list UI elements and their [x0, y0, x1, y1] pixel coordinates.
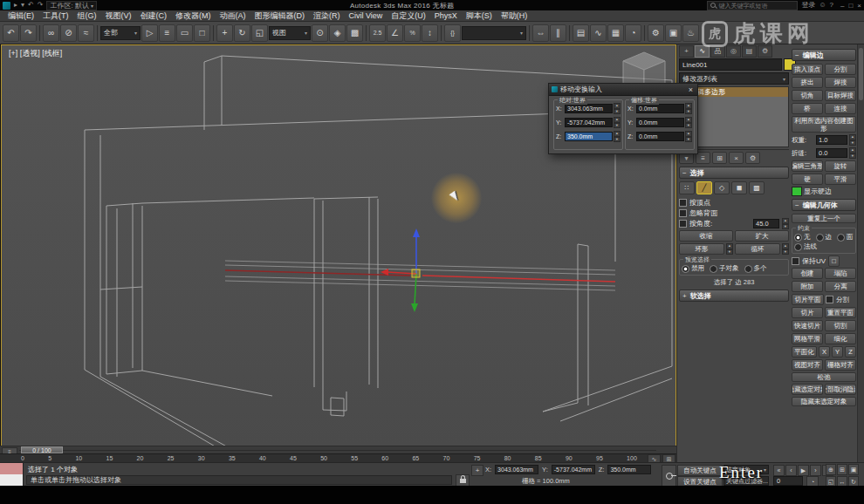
panel-button[interactable]: 附加	[792, 281, 823, 292]
offset-z-field[interactable]: 0.0mm	[636, 132, 684, 141]
panel-button[interactable]: 网格平滑	[792, 333, 823, 344]
panel-button[interactable]: 切割	[825, 320, 856, 331]
panel-button[interactable]: 切片平面	[792, 294, 824, 305]
play-icon[interactable]: ▶	[798, 465, 809, 476]
tab-utilities[interactable]: ⚙	[758, 45, 772, 58]
panel-button[interactable]: 桥	[792, 103, 823, 114]
panel-button[interactable]: 利用所选内容创建图形	[792, 116, 856, 133]
help-icon[interactable]: ?	[830, 2, 833, 9]
panel-button[interactable]: 分割	[825, 64, 856, 75]
absolute-x-field[interactable]: 3043.063mm	[565, 104, 613, 113]
next-frame-icon[interactable]: ›	[810, 465, 821, 476]
use-pivot-point-icon[interactable]: ⊙	[312, 24, 328, 42]
menu-item[interactable]: 组(G)	[73, 10, 101, 22]
zoom-icon[interactable]: ⊕	[826, 464, 836, 475]
panel-button[interactable]: 塌陷	[825, 268, 856, 279]
spinner-arrows[interactable]: ▴▾	[849, 147, 856, 159]
panel-button[interactable]: 切片	[792, 307, 823, 318]
redo-icon[interactable]: ↷	[20, 24, 37, 42]
menu-item[interactable]: PhysX	[430, 11, 462, 20]
keyboard-override-icon[interactable]: ▩	[346, 24, 363, 42]
auto-key-button[interactable]: 自动关键点	[677, 465, 723, 476]
radio-option[interactable]: 法线	[794, 242, 817, 251]
maxscript-mini-listener[interactable]	[0, 474, 24, 486]
menu-item[interactable]: 动画(A)	[216, 10, 250, 22]
tab-motion[interactable]: ◎	[726, 45, 741, 58]
edge-subobject-icon[interactable]: ╱	[696, 181, 712, 194]
spinner-arrows[interactable]: ▴▾	[849, 134, 856, 146]
border-subobject-icon[interactable]: ◇	[714, 181, 730, 194]
curve-editor-icon[interactable]: ∿	[590, 24, 607, 42]
select-and-manipulate-icon[interactable]: ◈	[329, 24, 346, 42]
key-selection-dropdown[interactable]: 选定对象 ▾	[723, 465, 769, 474]
undo-icon[interactable]: ↶	[3, 24, 19, 42]
time-slider-track[interactable]	[19, 450, 656, 451]
tab-modify[interactable]: ∿	[695, 45, 710, 58]
select-and-link-icon[interactable]: ∞	[43, 24, 59, 42]
rollout-header[interactable]: −编辑边	[792, 49, 856, 61]
select-and-rotate-icon[interactable]: ↻	[234, 24, 250, 42]
panel-button[interactable]: 插入顶点	[792, 64, 823, 75]
move-gizmo[interactable]	[381, 228, 420, 312]
make-unique-icon[interactable]: ⊞	[712, 152, 727, 164]
panel-button[interactable]: 连接	[825, 103, 856, 114]
help-search[interactable]	[707, 1, 798, 10]
object-name-field[interactable]	[679, 58, 782, 71]
previous-frame-icon[interactable]: ‹	[785, 465, 797, 476]
panel-button[interactable]: 隐藏未选定对象	[792, 397, 856, 406]
menu-item[interactable]: 编辑(E)	[3, 10, 38, 22]
z-coordinate-field[interactable]: 350.0mm	[607, 465, 651, 474]
spinner-arrows[interactable]: ▴▾	[726, 243, 733, 255]
scrollbar-thumb[interactable]	[859, 48, 863, 100]
radio-option[interactable]: 边	[816, 233, 833, 242]
zoom-all-icon[interactable]: ⊞	[837, 464, 847, 475]
spinner-down-icon[interactable]: ▾	[849, 153, 856, 160]
align-icon[interactable]: ∥	[550, 24, 566, 42]
panel-button[interactable]: 重置平面	[825, 307, 856, 318]
toggle-ribbon-icon[interactable]: ▤	[573, 24, 589, 42]
spinner-arrows[interactable]: ▴▾	[685, 131, 692, 142]
dialog-titlebar[interactable]: 移动变换输入 ×	[549, 84, 697, 96]
panel-button[interactable]: 创建	[792, 268, 823, 279]
spinner-field[interactable]: 1.0	[816, 135, 847, 145]
render-setup-icon[interactable]: ⚙	[648, 24, 664, 42]
panel-scrollbar[interactable]	[857, 44, 864, 462]
polygon-subobject-icon[interactable]: ◼	[731, 181, 747, 194]
panel-button[interactable]: 平面化	[792, 346, 817, 358]
redo-icon[interactable]: ↷	[38, 2, 44, 9]
spinner-arrows[interactable]: ▴▾	[685, 117, 692, 128]
undo-icon[interactable]: ↶	[28, 2, 34, 9]
axis-button[interactable]: Z	[845, 346, 856, 358]
select-object-icon[interactable]: ▷	[141, 24, 158, 42]
menu-item[interactable]: 视图(V)	[101, 10, 136, 22]
current-frame-field[interactable]: 0	[773, 476, 803, 486]
spinner-arrows[interactable]: ▴▾	[782, 243, 789, 255]
by-angle-checkbox[interactable]: 按角度: 45.0 ▴▾	[679, 219, 789, 228]
window-crossing-icon[interactable]: □	[194, 24, 210, 42]
preview-subobject-radio[interactable]: 子对象	[710, 264, 739, 273]
search-input[interactable]	[718, 3, 788, 9]
absolute-y-field[interactable]: -5737.042mm	[565, 118, 613, 127]
ignore-backfacing-checkbox[interactable]: 忽略背面	[679, 208, 789, 218]
render-production-icon[interactable]: ♨	[682, 24, 699, 42]
checkbox-row[interactable]: 保持UV□	[792, 256, 856, 266]
menu-item[interactable]: 修改器(M)	[171, 10, 216, 22]
axis-button[interactable]: Y	[832, 346, 843, 358]
panel-button[interactable]: 分离	[825, 281, 856, 292]
grow-button[interactable]: 扩大	[735, 230, 789, 242]
mirror-icon[interactable]: ⇔	[532, 24, 549, 42]
x-coordinate-field[interactable]: 3043.063mm	[495, 465, 538, 474]
move-transform-typein-dialog[interactable]: 移动变换输入 × 绝对:世界 X: 3043.063mm ▴▾ Y: -5737…	[548, 83, 698, 154]
select-by-name-icon[interactable]: ≡	[159, 24, 175, 42]
panel-button[interactable]: 焊接	[825, 77, 856, 88]
zoom-extents-icon[interactable]: ▣	[848, 464, 859, 475]
preview-multiple-radio[interactable]: 多个	[744, 264, 767, 273]
element-subobject-icon[interactable]: ▩	[749, 181, 765, 194]
viewport-label[interactable]: [+] [透视] [线框]	[9, 48, 62, 59]
selection-filter-dropdown[interactable]: 全部▾	[100, 26, 141, 40]
panel-button[interactable]: 目标焊接	[825, 90, 856, 101]
rollout-header[interactable]: −编辑几何体	[792, 199, 856, 211]
menu-item[interactable]: Civil View	[345, 11, 387, 20]
selection-rollout-header[interactable]: − 选择	[679, 167, 789, 179]
close-icon[interactable]: ×	[687, 85, 695, 94]
